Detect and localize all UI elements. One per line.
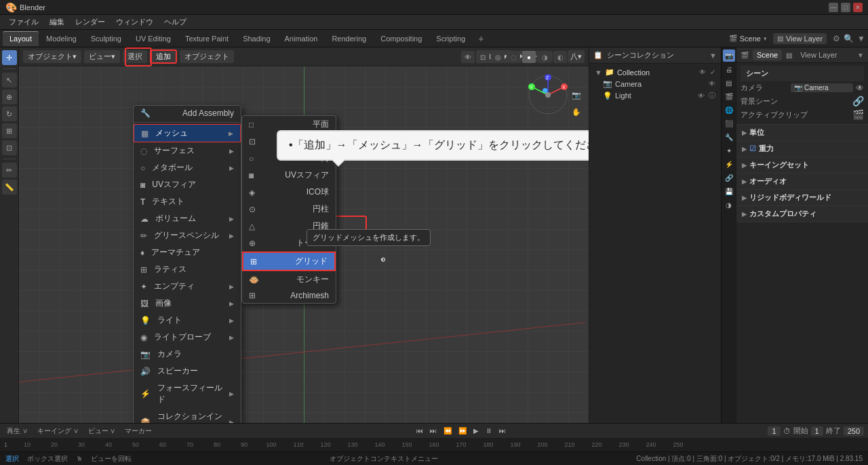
tool-measure[interactable]: 📏	[2, 180, 17, 195]
add-uvsphere-item[interactable]: ◙ UVスフィア	[134, 176, 241, 193]
keying-header[interactable]: ▶ キーイングセット	[736, 157, 868, 173]
active-clip-icon[interactable]: 🎬	[852, 109, 864, 120]
window-controls[interactable]: — □ ✕	[829, 3, 863, 12]
outliner-filter-icon[interactable]: ▼	[709, 52, 717, 60]
tab-scripting[interactable]: Scripting	[429, 31, 472, 46]
vp-object-menu2[interactable]: オブジェクト	[180, 50, 234, 63]
pb-step-back[interactable]: ⏭	[427, 426, 439, 435]
mesh-uvsphere-item[interactable]: ◙ UVスフィア	[242, 167, 336, 184]
custom-props-header[interactable]: ▶ カスタムプロパティ	[736, 206, 868, 222]
collection-restrict[interactable]: ✓	[710, 68, 715, 76]
props-filter-icon[interactable]: ▼	[857, 52, 864, 59]
add-gpencil-item[interactable]: ✏ グリースペンシル ▶	[134, 227, 241, 244]
navigation-gizmo[interactable]: X Y Z	[528, 75, 568, 115]
add-camera-item[interactable]: 📷 カメラ	[134, 346, 241, 363]
vp-add-menu-button[interactable]: 追加	[150, 49, 177, 64]
tl-keying-label[interactable]: キーイング ∨	[35, 426, 81, 437]
menu-render[interactable]: レンダー	[71, 16, 110, 28]
add-speaker-item[interactable]: 🔊 スピーカー	[134, 363, 241, 380]
tool-scale[interactable]: ⊞	[2, 123, 17, 138]
units-header[interactable]: ▶ 単位	[736, 125, 868, 140]
close-button[interactable]: ✕	[853, 3, 863, 12]
menu-file[interactable]: ファイル	[4, 16, 43, 28]
tab-animation[interactable]: Animation	[278, 31, 325, 46]
camera-tree-item[interactable]: 📷 Camera 👁	[592, 78, 718, 89]
minimize-button[interactable]: —	[829, 3, 838, 12]
workspace-search-icon[interactable]: 🔍	[844, 34, 854, 43]
tab-uv-editing[interactable]: UV Editing	[129, 31, 178, 46]
shading-material[interactable]: ◑	[538, 51, 551, 63]
menu-help[interactable]: ヘルプ	[159, 16, 191, 28]
scene-selector[interactable]: 🎬 Scene ▾	[729, 35, 767, 43]
tool-transform[interactable]: ⊡	[2, 140, 17, 155]
workspace-filter-icon[interactable]: ▼	[857, 34, 865, 43]
prop-icon-output[interactable]: 🖨	[723, 63, 735, 75]
start-value[interactable]: 1	[811, 426, 823, 436]
prop-icon-constraints[interactable]: 🔗	[723, 171, 735, 184]
tool-move[interactable]: ⊕	[2, 89, 17, 104]
tab-texture-paint[interactable]: Texture Paint	[178, 31, 235, 46]
audio-header[interactable]: ▶ オーディオ	[736, 174, 868, 189]
vp-view-menu[interactable]: ビュー▾	[84, 50, 120, 63]
light-tree-eye[interactable]: 👁	[698, 92, 705, 100]
tab-shading[interactable]: Shading	[236, 31, 277, 46]
shading-solid[interactable]: ●	[522, 51, 536, 63]
add-workspace-button[interactable]: +	[473, 32, 489, 45]
props-scene-tab[interactable]: Scene	[753, 49, 782, 60]
light-info-icon[interactable]: ⓘ	[709, 91, 715, 100]
prop-icon-particles[interactable]: ✦	[723, 144, 735, 157]
add-lattice-item[interactable]: ⊞ ラティス	[134, 261, 241, 278]
mesh-cylinder-item[interactable]: ⊙ 円柱	[242, 201, 336, 218]
prop-icon-data[interactable]: 💾	[723, 185, 735, 197]
prop-icon-render[interactable]: 📷	[723, 49, 735, 62]
vp-select-menu[interactable]: 選択	[123, 50, 147, 63]
prop-icon-scene[interactable]: 🎬	[723, 90, 735, 102]
add-forcefield-item[interactable]: ⚡ フォースフィールド ▶	[134, 380, 241, 408]
collection-eye[interactable]: 👁	[699, 68, 706, 76]
prop-icon-material[interactable]: ◑	[723, 199, 735, 211]
prop-icon-world[interactable]: 🌐	[723, 104, 735, 116]
add-assembly-item[interactable]: 🔧 Add Assembly	[134, 106, 241, 121]
tab-rendering[interactable]: Rendering	[325, 31, 373, 46]
add-volume-item[interactable]: ☁ ボリューム ▶	[134, 210, 241, 227]
gravity-header[interactable]: ▶ ☑ 重力	[736, 141, 868, 157]
workspace-options-icon[interactable]: ⚙	[833, 34, 840, 43]
add-empty-item[interactable]: ✦ エンプティ ▶	[134, 278, 241, 295]
tab-layout[interactable]: Layout	[3, 31, 39, 46]
mesh-archimesh-item[interactable]: ⊞ Archimesh	[242, 288, 336, 303]
tab-sculpting[interactable]: Sculpting	[84, 31, 128, 46]
pb-prev-key[interactable]: ⏪	[441, 426, 454, 435]
overlay-toggle[interactable]: ⊡	[476, 51, 490, 63]
end-value[interactable]: 250	[844, 426, 864, 436]
pb-jump-start[interactable]: ⏮	[414, 426, 426, 435]
camera-tree-eye[interactable]: 👁	[709, 80, 715, 87]
camera-field-value[interactable]: 📷 Camera	[791, 83, 853, 92]
shading-wireframe[interactable]: ◌	[507, 51, 520, 63]
tool-cursor[interactable]: ✛	[2, 50, 17, 65]
collection-header[interactable]: ▼ 📁 Collection 👁 ✓	[592, 66, 718, 78]
mesh-monkey-item[interactable]: 🐵 モンキー	[242, 271, 336, 288]
maximize-button[interactable]: □	[841, 3, 850, 12]
pb-jump-end[interactable]: ⏭	[496, 426, 509, 435]
mesh-icosphere-item[interactable]: ◈ ICO球	[242, 184, 336, 201]
view-3d-icon[interactable]: 👁	[461, 51, 475, 63]
pb-play[interactable]: ▶	[471, 426, 481, 435]
shading-rendered[interactable]: ◐	[553, 51, 567, 63]
tl-marker-label[interactable]: マーカー	[122, 426, 155, 437]
camera-ortho-icon[interactable]: ✋	[570, 105, 583, 119]
menu-window[interactable]: ウィンドウ	[111, 16, 158, 28]
tool-cursor-default[interactable]: ↖	[2, 73, 17, 87]
current-frame-value[interactable]: 1	[768, 426, 780, 436]
prop-icon-object[interactable]: ⬛	[723, 117, 735, 129]
tl-play-label[interactable]: 再生 ∨	[4, 426, 31, 437]
mesh-grid-item[interactable]: ⊞ グリッド	[242, 251, 336, 271]
props-viewlayer-tab[interactable]: View Layer	[796, 49, 841, 60]
add-surface-item[interactable]: ◌ サーフェス ▶	[134, 142, 241, 159]
prop-icon-modifiers[interactable]: 🔧	[723, 131, 735, 143]
add-image-item[interactable]: 🖼 画像 ▶	[134, 295, 241, 312]
vp-object-menu[interactable]: オブジェクト▾	[23, 50, 81, 63]
add-collection-item[interactable]: 📦 コレクションインスタンス ▶	[134, 408, 241, 423]
add-armature-item[interactable]: ♦ アーマチュア	[134, 244, 241, 261]
add-text-item[interactable]: T テキスト	[134, 193, 241, 210]
add-lightprobe-item[interactable]: ◉ ライトプローブ ▶	[134, 329, 241, 346]
